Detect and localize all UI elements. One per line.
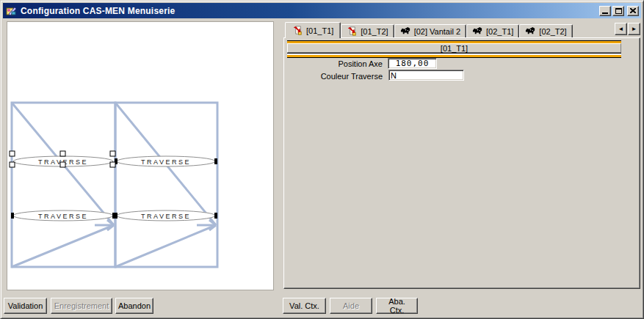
app-icon <box>5 5 17 17</box>
right-arrow-icon: ► <box>632 26 637 32</box>
selection-handle[interactable] <box>10 151 15 156</box>
traverse-item[interactable]: TRAVERSE <box>115 156 217 166</box>
window-title: Configuration CAS-MEN Menuiserie <box>21 6 175 16</box>
titlebar[interactable]: Configuration CAS-MEN Menuiserie <box>3 3 641 18</box>
tab-scroll-left-button[interactable]: ◄ <box>615 23 627 35</box>
minimize-icon <box>602 12 608 14</box>
maximize-button[interactable] <box>612 6 624 16</box>
selection-handle[interactable] <box>110 151 115 156</box>
form-icon <box>347 26 358 37</box>
panel-header-title: [01_T1] <box>441 44 468 53</box>
menuiserie-drawing: TRAVERSE TRAVERSE TRAVERSE TRAVERSE <box>7 22 273 290</box>
opening-diagonal <box>115 225 216 267</box>
traverse-endpoint <box>115 213 117 219</box>
traverse-endpoint <box>11 213 14 219</box>
panel-header-band: [01_T1] <box>287 40 621 58</box>
aba-ctx-button[interactable]: Aba. Ctx. <box>376 298 418 314</box>
vantail-icon <box>525 26 536 37</box>
left-arrow-icon: ◄ <box>618 26 624 32</box>
enregistrement-button[interactable]: Enregistrement <box>51 298 112 314</box>
sash-frame-1 <box>12 103 115 267</box>
vantail-icon <box>400 26 411 37</box>
traverse-label: TRAVERSE <box>38 213 88 220</box>
validation-button[interactable]: Validation <box>4 298 47 314</box>
traverse-item[interactable]: TRAVERSE <box>115 210 217 221</box>
selection-handle[interactable] <box>110 162 115 167</box>
tab-02-vantail-2[interactable]: [02] Vantail 2 <box>394 24 466 37</box>
tab-label: [01_T2] <box>361 27 388 36</box>
tab-label: [02] Vantail 2 <box>414 27 460 36</box>
form-icon <box>292 25 303 36</box>
couleur-traverse-label: Couleur Traverse <box>283 72 383 81</box>
minimize-button[interactable] <box>599 6 611 16</box>
position-axe-label: Position Axe <box>283 59 383 68</box>
selection-handle[interactable] <box>10 162 15 167</box>
traverse-item[interactable]: TRAVERSE <box>11 210 115 221</box>
position-axe-input[interactable] <box>388 58 437 69</box>
drawing-canvas[interactable]: TRAVERSE TRAVERSE TRAVERSE TRAVERSE <box>7 21 274 290</box>
traverse-endpoint <box>214 158 217 164</box>
panel-header: [01_T1] <box>287 43 621 53</box>
maximize-icon <box>615 8 622 14</box>
tab-02-t2[interactable]: [02_T2] <box>519 24 572 37</box>
window-controls <box>599 6 639 16</box>
couleur-traverse-input[interactable] <box>388 70 464 81</box>
traverse-label: TRAVERSE <box>141 213 191 220</box>
opening-diagonal <box>12 225 114 267</box>
tab-01-t1[interactable]: [01_T1] <box>285 22 341 38</box>
tab-01-t2[interactable]: [01_T2] <box>341 24 394 37</box>
val-ctx-button[interactable]: Val. Ctx. <box>283 298 326 314</box>
sash-frame-2 <box>115 103 217 267</box>
tab-label: [02_T1] <box>486 27 513 36</box>
selection-handle[interactable] <box>60 151 65 156</box>
abandon-button[interactable]: Abandon <box>115 298 153 314</box>
tab-scroll-right-button[interactable]: ► <box>628 23 640 35</box>
tab-02-t1[interactable]: [02_T1] <box>466 24 519 37</box>
selection-handle[interactable] <box>60 162 65 167</box>
close-button[interactable] <box>627 6 639 16</box>
close-icon <box>630 8 636 13</box>
vantail-icon <box>472 26 483 37</box>
traverse-endpoint <box>214 213 217 219</box>
tab-label: [01_T1] <box>306 26 333 35</box>
tab-scroller: ◄ ► <box>615 23 640 35</box>
aide-button[interactable]: Aide <box>330 298 372 314</box>
traverse-label: TRAVERSE <box>141 158 191 166</box>
app-window: Configuration CAS-MEN Menuiserie <box>0 0 644 319</box>
band-rule <box>287 57 621 58</box>
tab-bar: [01_T1] [01_T2] [02] Vantail 2 [02_T1] <box>285 22 573 38</box>
tab-label: [02_T2] <box>539 27 566 36</box>
